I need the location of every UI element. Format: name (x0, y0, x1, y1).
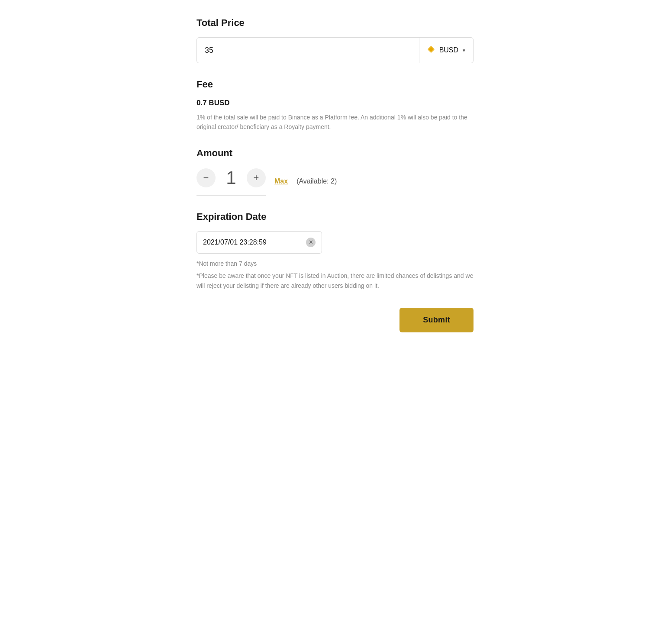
total-price-section: Total Price BUSD ▼ (196, 17, 474, 63)
fee-label: Fee (196, 79, 474, 90)
date-input[interactable] (203, 238, 306, 246)
currency-label: BUSD (439, 46, 458, 54)
submit-row: Submit (196, 308, 474, 332)
submit-button[interactable]: Submit (399, 308, 474, 332)
max-button[interactable]: Max (274, 177, 288, 185)
expiration-date-label: Expiration Date (196, 211, 474, 222)
amount-stepper: − 1 + (196, 167, 266, 196)
busd-icon (426, 45, 436, 56)
amount-section: Amount − 1 + Max (Available: 2) (196, 148, 474, 196)
decrease-button[interactable]: − (196, 168, 216, 187)
date-input-wrapper: ✕ (196, 231, 322, 254)
fee-section: Fee 0.7 BUSD 1% of the total sale will b… (196, 79, 474, 132)
amount-value: 1 (222, 167, 240, 188)
date-notice-2: *Please be aware that once your NFT is l… (196, 271, 474, 290)
fee-description: 1% of the total sale will be paid to Bin… (196, 113, 474, 132)
fee-amount: 0.7 BUSD (196, 99, 474, 107)
date-notice-1: *Not more than 7 days (196, 259, 474, 268)
expiration-date-section: Expiration Date ✕ *Not more than 7 days … (196, 211, 474, 290)
close-icon: ✕ (309, 239, 313, 245)
chevron-down-icon: ▼ (462, 48, 466, 53)
price-input-wrapper: BUSD ▼ (196, 37, 474, 63)
total-price-label: Total Price (196, 17, 474, 29)
clear-date-button[interactable]: ✕ (306, 238, 316, 247)
main-container: Total Price BUSD ▼ Fee 0.7 BUSD 1% of th… (196, 17, 474, 627)
currency-selector[interactable]: BUSD ▼ (419, 38, 473, 63)
price-input[interactable] (197, 46, 419, 55)
available-text: (Available: 2) (296, 177, 337, 185)
increase-button[interactable]: + (247, 168, 266, 187)
amount-label: Amount (196, 148, 474, 159)
amount-controls-row: − 1 + Max (Available: 2) (196, 167, 474, 196)
